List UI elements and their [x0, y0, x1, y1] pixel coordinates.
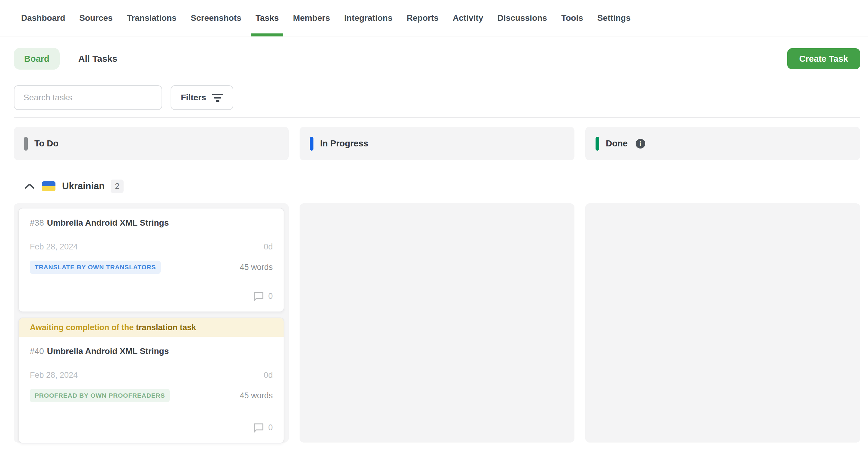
done-status-bar [595, 137, 599, 151]
tab-sources[interactable]: Sources [79, 0, 113, 36]
task-date: Feb 28, 2024 [30, 242, 78, 252]
column-header-in-progress: In Progress [300, 127, 575, 160]
todo-column-label: To Do [34, 138, 59, 149]
notice-text: Awaiting completion of the [30, 323, 136, 332]
column-headers: To Do In Progress Done i [14, 118, 860, 160]
task-card-40[interactable]: Awaiting completion of the translation t… [19, 318, 284, 444]
in-progress-column-label: In Progress [320, 138, 368, 149]
task-title: Umbrella Android XML Strings [47, 218, 169, 227]
task-comments: 0 [30, 423, 273, 433]
create-task-button[interactable]: Create Task [787, 48, 860, 69]
todo-column: #38Umbrella Android XML Strings Feb 28, … [14, 203, 289, 443]
task-word-count: 45 words [240, 263, 273, 272]
flag-top-stripe [42, 182, 56, 187]
task-title: Umbrella Android XML Strings [47, 347, 169, 356]
language-task-count-badge: 2 [111, 179, 124, 193]
tab-settings[interactable]: Settings [597, 0, 630, 36]
task-card-40-body: #40Umbrella Android XML Strings Feb 28, … [19, 337, 284, 443]
task-title-row: #40Umbrella Android XML Strings [30, 347, 273, 356]
filters-button[interactable]: Filters [170, 85, 233, 110]
ukrainian-flag-icon [42, 182, 56, 191]
comment-count: 0 [268, 292, 273, 301]
top-nav: Dashboard Sources Translations Screensho… [0, 0, 868, 36]
task-word-count: 45 words [240, 391, 273, 400]
board-view-button[interactable]: Board [14, 48, 60, 70]
task-chip-row: PROOFREAD BY OWN PROOFREADERS 45 words [30, 389, 273, 402]
toolbar: Board All Tasks Create Task [14, 48, 860, 70]
task-date: Feb 28, 2024 [30, 370, 78, 380]
task-due: 0d [264, 370, 273, 380]
tab-screenshots[interactable]: Screenshots [191, 0, 241, 36]
done-info-icon[interactable]: i [636, 139, 645, 149]
task-meta-row: Feb 28, 2024 0d [30, 370, 273, 380]
tab-activity[interactable]: Activity [453, 0, 483, 36]
language-group-header: Ukrainian 2 [24, 176, 860, 196]
task-id: #38 [30, 218, 44, 227]
awaiting-completion-notice: Awaiting completion of the translation t… [19, 318, 284, 337]
board-columns: #38Umbrella Android XML Strings Feb 28, … [14, 196, 860, 443]
flag-bottom-stripe [42, 186, 56, 191]
task-card-38-body: #38Umbrella Android XML Strings Feb 28, … [19, 208, 284, 312]
workflow-step-badge: PROOFREAD BY OWN PROOFREADERS [30, 389, 170, 402]
filter-lines-icon [212, 94, 223, 102]
tab-members[interactable]: Members [293, 0, 330, 36]
comment-icon [253, 291, 264, 301]
done-column-label: Done [606, 138, 628, 149]
search-row: Filters [14, 85, 860, 110]
task-comments: 0 [30, 291, 273, 301]
filters-label: Filters [181, 93, 206, 102]
task-card-38[interactable]: #38Umbrella Android XML Strings Feb 28, … [19, 208, 284, 312]
translation-task-link[interactable]: translation task [136, 323, 196, 332]
column-header-done: Done i [585, 127, 860, 160]
comment-count: 0 [268, 423, 273, 432]
task-id: #40 [30, 347, 44, 356]
task-due: 0d [264, 242, 273, 252]
comment-icon [253, 423, 264, 433]
language-group-name: Ukrainian [62, 181, 104, 192]
tab-integrations[interactable]: Integrations [344, 0, 393, 36]
tab-translations[interactable]: Translations [127, 0, 177, 36]
task-meta-row: Feb 28, 2024 0d [30, 242, 273, 252]
tab-tools[interactable]: Tools [561, 0, 583, 36]
column-header-todo: To Do [14, 127, 289, 160]
tab-discussions[interactable]: Discussions [497, 0, 547, 36]
tab-reports[interactable]: Reports [407, 0, 438, 36]
search-input[interactable] [14, 85, 162, 110]
tab-tasks[interactable]: Tasks [255, 0, 279, 36]
tab-dashboard[interactable]: Dashboard [21, 0, 65, 36]
done-column [585, 203, 860, 443]
workflow-step-badge: TRANSLATE BY OWN TRANSLATORS [30, 261, 161, 274]
in-progress-column [300, 203, 575, 443]
task-title-row: #38Umbrella Android XML Strings [30, 218, 273, 228]
chevron-up-icon[interactable] [24, 183, 35, 190]
in-progress-status-bar [310, 137, 313, 151]
task-chip-row: TRANSLATE BY OWN TRANSLATORS 45 words [30, 261, 273, 274]
todo-status-bar [24, 137, 28, 151]
all-tasks-button[interactable]: All Tasks [79, 54, 118, 64]
